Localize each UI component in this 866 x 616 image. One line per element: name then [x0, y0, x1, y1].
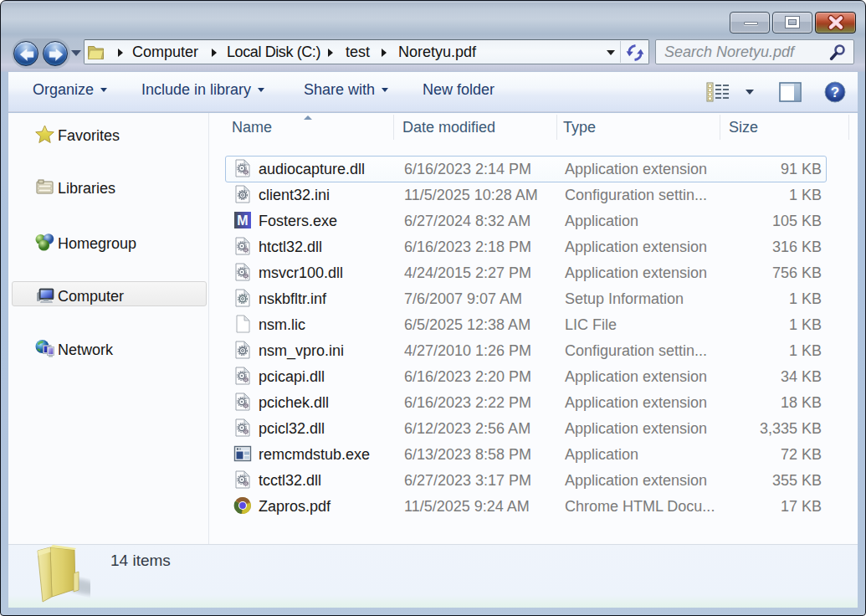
svg-text:?: ?	[831, 85, 839, 100]
svg-text:M: M	[237, 213, 248, 228]
